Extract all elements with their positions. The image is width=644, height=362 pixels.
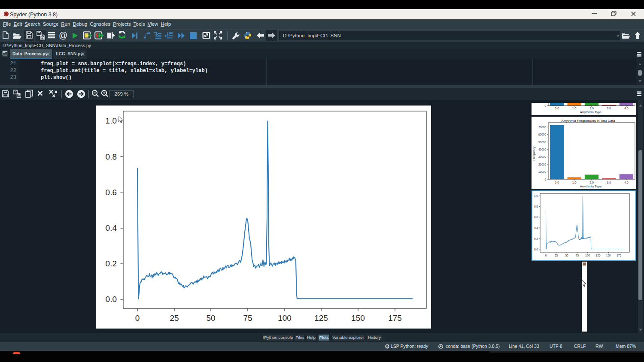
svg-text:0.4: 0.4 (534, 226, 538, 229)
svg-text:150: 150 (606, 254, 611, 257)
svg-text:175: 175 (617, 254, 621, 257)
svg-text:0.0: 0.0 (534, 248, 538, 251)
svg-text:75: 75 (576, 254, 579, 257)
svg-text:25: 25 (555, 254, 558, 257)
svg-text:50: 50 (565, 254, 568, 257)
svg-text:1.0: 1.0 (534, 194, 538, 197)
svg-text:0: 0 (545, 254, 547, 257)
svg-text:125: 125 (596, 254, 601, 257)
svg-text:0.8: 0.8 (534, 205, 538, 208)
svg-text:0.6: 0.6 (534, 216, 538, 219)
svg-text:0.2: 0.2 (534, 237, 538, 240)
svg-text:100: 100 (585, 254, 590, 257)
